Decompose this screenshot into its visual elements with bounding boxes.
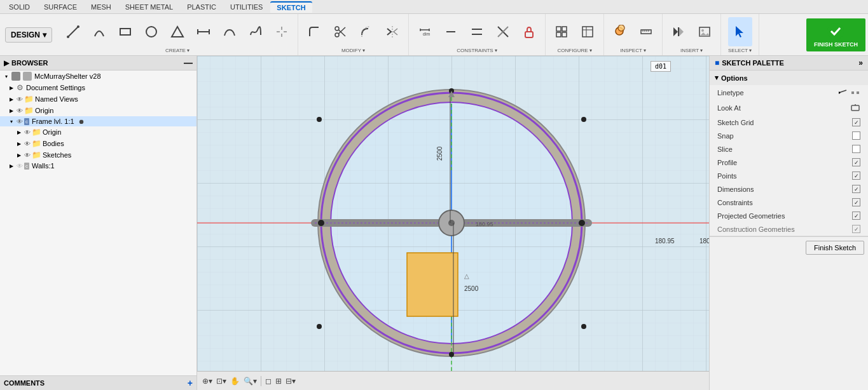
- configure-label[interactable]: CONFIGURE▾: [558, 48, 592, 54]
- dimension-tool[interactable]: dim: [413, 17, 437, 46]
- palette-row-look-at[interactable]: Look At: [710, 100, 868, 116]
- inspect-label[interactable]: INSPECT▾: [620, 48, 646, 54]
- tab-sheet-metal[interactable]: SHEET METAL: [119, 2, 179, 12]
- expand-bodies[interactable]: ▶: [15, 140, 23, 147]
- tree-item-origin-nested[interactable]: ▶ 👁 📁 Origin: [0, 126, 196, 138]
- tree-item-doc-settings[interactable]: ▶ ⚙ Document Settings: [0, 82, 196, 93]
- options-header[interactable]: ▾ Options: [710, 71, 868, 85]
- constraints-label[interactable]: CONSTRAINTS▾: [457, 48, 497, 54]
- tree-item-root[interactable]: ▾ McMurrayShelter v28: [0, 71, 196, 82]
- tab-solid[interactable]: SOLID: [3, 2, 36, 12]
- palette-expand-button[interactable]: »: [858, 58, 863, 67]
- palette-row-constraints[interactable]: Constraints: [710, 196, 868, 209]
- canvas-tool-zoom[interactable]: 🔍▾: [244, 377, 257, 386]
- lock-tool[interactable]: [517, 17, 541, 46]
- tab-sketch[interactable]: SKETCH: [270, 1, 312, 13]
- tree-item-origin-top[interactable]: ▶ 👁 📁 Origin: [0, 105, 196, 116]
- configure-table-tool[interactable]: [575, 17, 600, 46]
- constraint-line-tool[interactable]: [439, 17, 463, 46]
- linetype-solid-icon[interactable]: [837, 88, 848, 98]
- canvas-tool-view2[interactable]: ⊟▾: [286, 377, 296, 386]
- constraints-checkbox[interactable]: [852, 198, 860, 206]
- canvas-tool-nav[interactable]: ⊡▾: [216, 377, 226, 386]
- palette-row-construction-geometries[interactable]: Construction Geometries: [710, 222, 868, 236]
- points-checkbox[interactable]: [852, 171, 860, 180]
- tree-item-bodies[interactable]: ▶ 👁 📁 Bodies: [0, 138, 196, 149]
- sketch-grid-checkbox[interactable]: [852, 118, 860, 126]
- eye-icon-bodies[interactable]: 👁: [24, 140, 31, 147]
- create-label[interactable]: CREATE▾: [165, 48, 189, 54]
- rectangle-tool[interactable]: [113, 17, 137, 46]
- palette-row-sketch-grid[interactable]: Sketch Grid: [710, 116, 868, 129]
- tab-mesh[interactable]: MESH: [85, 2, 118, 12]
- tree-item-frame[interactable]: ▾ 👁 c Frame lvl. 1:1 ⏺: [0, 116, 196, 126]
- point-tool[interactable]: [270, 17, 294, 46]
- line-tool[interactable]: [61, 17, 85, 46]
- canvas-tool-grid[interactable]: ⊞: [275, 377, 282, 386]
- curve-tool[interactable]: [217, 17, 242, 46]
- browser-collapse-button[interactable]: —: [184, 58, 193, 68]
- expand-origin-nested[interactable]: ▶: [15, 128, 23, 136]
- spline-tool[interactable]: [244, 17, 268, 46]
- palette-row-snap[interactable]: Snap: [710, 129, 868, 142]
- expand-root[interactable]: ▾: [3, 72, 10, 80]
- insert-back-tool[interactable]: [666, 17, 691, 46]
- offset-tool[interactable]: [354, 17, 378, 46]
- constraint-cross-tool[interactable]: [491, 17, 515, 46]
- modify-label[interactable]: MODIFY▾: [341, 48, 365, 54]
- projected-geometries-checkbox[interactable]: [852, 212, 860, 220]
- arc-tool[interactable]: [87, 17, 111, 46]
- configure-grid-tool[interactable]: [549, 17, 574, 46]
- palette-row-slice[interactable]: Slice: [710, 142, 868, 156]
- eye-icon-origin-nested[interactable]: 👁: [24, 129, 31, 136]
- tab-utilities[interactable]: UTILITIES: [224, 2, 269, 12]
- tree-item-walls[interactable]: ▶ 👁 c Walls:1: [0, 161, 196, 171]
- eye-icon-named-views[interactable]: 👁: [17, 96, 23, 103]
- fillet-tool[interactable]: [302, 17, 326, 46]
- slice-checkbox[interactable]: [852, 145, 860, 153]
- canvas-tool-move[interactable]: ⊕▾: [202, 377, 212, 386]
- insert-label[interactable]: INSERT▾: [680, 48, 703, 54]
- canvas-tool-view1[interactable]: ◻: [265, 377, 272, 386]
- measure-tool[interactable]: [608, 17, 632, 46]
- tab-plastic[interactable]: PLASTIC: [181, 2, 223, 12]
- palette-row-points[interactable]: Points: [710, 169, 868, 182]
- line-h-tool[interactable]: [191, 17, 216, 46]
- finish-sketch-bottom-button[interactable]: Finish Sketch: [806, 241, 864, 255]
- design-button[interactable]: DESIGN ▾: [5, 27, 52, 43]
- expand-walls[interactable]: ▶: [8, 162, 15, 170]
- triangle-tool[interactable]: [165, 17, 189, 46]
- canvas[interactable]: 2500 2500 180.95 180.95 7500 △: [197, 56, 709, 390]
- eye-icon-sketches[interactable]: 👁: [24, 152, 31, 159]
- circle-tool[interactable]: [139, 17, 163, 46]
- scissors-tool[interactable]: [328, 17, 352, 46]
- dimensions-checkbox[interactable]: [852, 185, 860, 193]
- palette-row-linetype[interactable]: Linetype: [710, 85, 868, 100]
- ruler-tool[interactable]: [634, 17, 658, 46]
- look-at-icon[interactable]: [850, 103, 860, 113]
- linetype-dashed-icon[interactable]: [850, 88, 860, 98]
- canvas-tool-pan[interactable]: ✋: [230, 377, 240, 386]
- mirror-tool[interactable]: [380, 17, 404, 46]
- tree-item-sketches[interactable]: ▶ 👁 📁 Sketches: [0, 149, 196, 161]
- add-comment-button[interactable]: +: [188, 378, 193, 388]
- expand-sketches[interactable]: ▶: [15, 151, 23, 159]
- snap-checkbox[interactable]: [852, 131, 860, 140]
- construction-geometries-checkbox[interactable]: [852, 225, 860, 233]
- tab-surface[interactable]: SURFACE: [38, 2, 83, 12]
- profile-checkbox[interactable]: [852, 158, 860, 166]
- eye-icon-frame[interactable]: 👁: [17, 118, 23, 125]
- insert-img-tool[interactable]: [692, 17, 717, 46]
- select-tool[interactable]: [728, 17, 752, 46]
- tree-item-named-views[interactable]: ▶ 👁 📁 Named Views: [0, 93, 196, 105]
- constraint-parallel-tool[interactable]: [465, 17, 489, 46]
- expand-origin-top[interactable]: ▶: [8, 107, 15, 114]
- finish-sketch-button[interactable]: FINISH SKETCH: [806, 18, 865, 51]
- palette-row-profile[interactable]: Profile: [710, 156, 868, 169]
- expand-doc-settings[interactable]: ▶: [8, 84, 15, 91]
- palette-row-projected-geometries[interactable]: Projected Geometries: [710, 209, 868, 222]
- eye-icon-walls[interactable]: 👁: [17, 163, 23, 170]
- expand-named-views[interactable]: ▶: [8, 95, 15, 103]
- expand-frame[interactable]: ▾: [8, 118, 15, 125]
- eye-icon-origin-top[interactable]: 👁: [17, 107, 23, 114]
